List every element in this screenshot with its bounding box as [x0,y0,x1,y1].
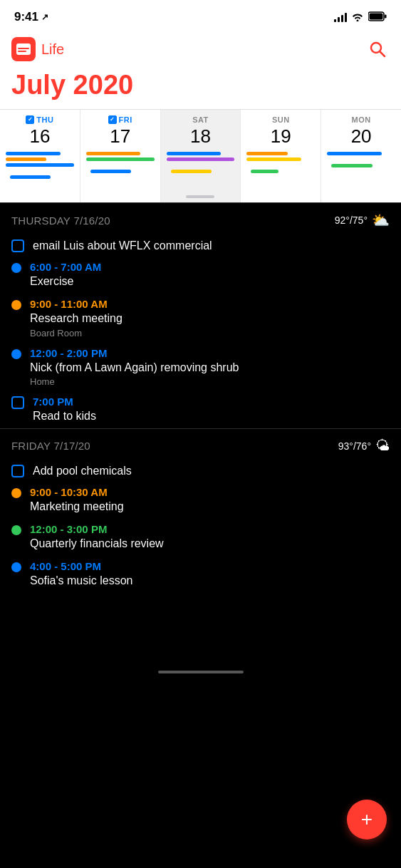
quarterly-financials-time: 12:00 - 3:00 PM [30,523,390,535]
app-icon[interactable] [11,37,36,61]
read-kids-checkbox[interactable] [11,396,24,409]
research-meeting-location: Board Room [30,328,390,339]
location-arrow-icon: ↗ [41,12,48,22]
sun-bar-1 [246,152,287,155]
event-read-kids[interactable]: 7:00 PM Read to kids [0,391,401,428]
nick-lawn-time: 12:00 - 2:00 PM [30,347,390,359]
svg-rect-2 [385,14,387,18]
nick-lawn-dot [11,349,21,359]
battery-icon [368,11,387,24]
cal-day-num-sun: 19 [271,125,291,148]
quarterly-financials-content: 12:00 - 3:00 PM Quarterly financials rev… [30,523,390,552]
cal-day-num-thu: 16 [29,125,50,148]
thursday-weather: 92°/75° ⛅ [335,212,390,229]
clock: 9:41 [14,10,38,24]
friday-weather: 93°/76° 🌤 [338,438,390,454]
bottom-bar [0,660,401,684]
cal-day-num-mon: 20 [351,125,372,148]
sun-event-bars [244,152,318,173]
fri-bar-1 [86,152,141,155]
event-research-meeting[interactable]: 9:00 - 11:00 AM Research meeting Board R… [0,294,401,343]
cal-day-name-sat: SAT [192,115,209,124]
cal-day-num-fri: 17 [110,125,130,148]
cal-day-name-mon: MON [352,115,371,124]
event-pool-chemicals[interactable]: Add pool chemicals [0,460,401,482]
cal-day-name-thu: THU [26,115,53,124]
month-title: July 2020 [0,67,401,109]
sofia-music-dot [11,562,21,572]
fri-check-icon [108,115,117,124]
thursday-section: THURSDAY 7/16/20 92°/75° ⛅ email Luis ab… [0,202,401,428]
cal-day-thu[interactable]: THU 16 [0,110,80,202]
cal-day-name-sun: SUN [272,115,290,124]
thu-event-bars [3,152,77,179]
marketing-meeting-content: 9:00 - 10:30 AM Marketing meeting [30,486,390,515]
app-title: Life [41,41,64,58]
event-marketing-meeting[interactable]: 9:00 - 10:30 AM Marketing meeting [0,482,401,519]
friday-section: FRIDAY 7/17/20 93°/76° 🌤 Add pool chemic… [0,428,401,659]
research-meeting-time: 9:00 - 11:00 AM [30,298,390,310]
event-quarterly-financials[interactable]: 12:00 - 3:00 PM Quarterly financials rev… [0,519,401,556]
cal-day-mon[interactable]: MON 20 [321,110,401,202]
mon-bar-2 [331,164,372,167]
friday-weather-icon: 🌤 [375,438,390,454]
mon-bar-1 [327,152,382,155]
friday-date: 7/17/20 [53,440,90,452]
search-button[interactable] [365,37,390,61]
svg-rect-5 [18,51,26,52]
agenda: THURSDAY 7/16/20 92°/75° ⛅ email Luis ab… [0,202,401,660]
app-header: Life [0,31,401,67]
friday-header: FRIDAY 7/17/20 93°/76° 🌤 [0,429,401,460]
sun-bar-3 [251,170,278,173]
sofia-music-title: Sofia's music lesson [30,574,390,589]
exercise-time: 6:00 - 7:00 AM [30,261,390,273]
add-event-button[interactable]: + [347,800,387,839]
cal-day-sun[interactable]: SUN 19 [241,110,321,202]
mon-event-bars [324,152,398,167]
sat-event-bars [164,152,238,173]
fri-bar-2 [86,157,155,161]
wifi-icon [351,11,364,24]
email-luis-content: email Luis about WFLX commercial [33,239,390,252]
thu-bar-2 [6,157,46,161]
status-bar: 9:41 ↗ [0,0,401,31]
pool-chemicals-checkbox[interactable] [11,465,24,477]
home-indicator [158,671,244,673]
sat-bar-3 [171,170,212,173]
sofia-music-content: 4:00 - 5:00 PM Sofia's music lesson [30,560,390,589]
year-label: 2020 [73,70,134,100]
thu-bar-1 [6,152,61,155]
research-meeting-content: 9:00 - 11:00 AM Research meeting Board R… [30,298,390,339]
exercise-content: 6:00 - 7:00 AM Exercise [30,261,390,289]
thursday-label: THURSDAY 7/16/20 [11,215,110,227]
marketing-meeting-title: Marketing meeting [30,500,390,515]
svg-rect-4 [18,48,29,49]
app-header-left: Life [11,37,64,61]
signal-icon [334,12,347,22]
marketing-meeting-time: 9:00 - 10:30 AM [30,486,390,498]
event-exercise[interactable]: 6:00 - 7:00 AM Exercise [0,257,401,294]
nick-lawn-location: Home [30,376,390,387]
nick-lawn-title: Nick (from A Lawn Again) removing shrub [30,361,390,376]
pool-chemicals-title: Add pool chemicals [33,465,390,477]
thu-check-icon [26,115,34,124]
event-sofia-music[interactable]: 4:00 - 5:00 PM Sofia's music lesson [0,556,401,660]
thu-bar-3 [6,163,74,167]
nick-lawn-content: 12:00 - 2:00 PM Nick (from A Lawn Again)… [30,347,390,388]
month-year-heading: July 2020 [11,70,390,100]
cal-day-sat[interactable]: SAT 18 [161,110,241,202]
research-meeting-dot [11,300,21,310]
add-icon: + [361,810,373,830]
event-email-luis[interactable]: email Luis about WFLX commercial [0,234,401,257]
cal-day-fri[interactable]: FRI 17 [80,110,161,202]
pool-chemicals-content: Add pool chemicals [33,464,390,477]
thursday-date: 7/16/20 [73,215,110,227]
event-nick-lawn[interactable]: 12:00 - 2:00 PM Nick (from A Lawn Again)… [0,343,401,392]
read-kids-title: Read to kids [33,409,390,424]
cal-day-name-fri: FRI [108,115,132,124]
drag-handle[interactable] [186,195,214,198]
thursday-weather-icon: ⛅ [372,212,390,229]
month-label: July [11,70,66,100]
email-luis-checkbox[interactable] [11,239,24,252]
calendar-strip: THU 16 FRI 17 SAT 18 [0,109,401,202]
